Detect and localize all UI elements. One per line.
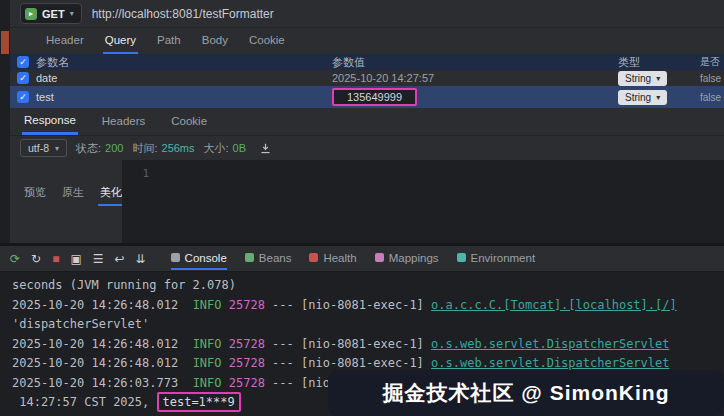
log-text xyxy=(222,298,229,312)
soft-wrap-icon[interactable]: ↩ xyxy=(114,253,124,265)
encoding-label: utf-8 xyxy=(28,142,49,154)
logger-link[interactable]: o.s.web.servlet.DispatcherServlet xyxy=(431,356,669,370)
stop-icon[interactable]: ■ xyxy=(52,253,59,265)
response-body: 预览原生美化 1 xyxy=(10,160,724,243)
masked-value-highlight-box: test=1***9 xyxy=(157,392,241,412)
column-header-value: 参数值 xyxy=(332,55,618,70)
health-icon xyxy=(309,253,318,262)
editor-line-number: 1 xyxy=(122,167,158,243)
param-value[interactable]: 2025-10-20 14:27:57 xyxy=(332,72,434,84)
scroll-to-end-icon[interactable]: ⇊ xyxy=(136,253,146,265)
logger-link[interactable]: o.s.web.servlet.DispatcherServlet xyxy=(431,337,669,351)
request-tab-body[interactable]: Body xyxy=(200,31,230,54)
log-text: 2025-10-20 14:26:48.012 xyxy=(12,298,193,312)
log-text: 2025-10-20 14:26:03.773 xyxy=(12,376,193,390)
response-meta-bar: utf-8 状态:200时间:256ms大小:0B xyxy=(10,136,724,160)
param-row-test[interactable]: test135649999Stringfalse xyxy=(10,86,724,108)
mappings-icon xyxy=(375,253,384,262)
log-text: --- [nio-8081-exec-1] xyxy=(265,337,431,351)
stripe-marker xyxy=(1,31,9,54)
restore-layout-icon[interactable]: ▣ xyxy=(70,253,81,265)
console-tab-mappings[interactable]: Mappings xyxy=(375,248,439,270)
request-tab-cookie[interactable]: Cookie xyxy=(247,31,287,54)
request-tab-query[interactable]: Query xyxy=(103,31,138,54)
response-editor[interactable]: 1 xyxy=(122,160,724,243)
params-body: date2025-10-20 14:27:57Stringfalsetest13… xyxy=(10,70,724,108)
column-header-name: 参数名 xyxy=(36,55,332,70)
param-value-highlight-box[interactable]: 135649999 xyxy=(332,88,417,106)
log-line-0: seconds (JVM running for 2.078) xyxy=(12,276,712,296)
stat-label: 时间: xyxy=(132,141,157,156)
param-row-date[interactable]: date2025-10-20 14:27:57Stringfalse xyxy=(10,70,724,86)
console-tab-label: Console xyxy=(185,252,227,264)
environment-icon xyxy=(457,253,466,262)
log-text xyxy=(222,337,229,351)
row-checkbox[interactable] xyxy=(17,72,29,84)
ide-window: GET http://localhost:8081/testFormatter … xyxy=(0,0,724,416)
stat-value: 200 xyxy=(105,142,123,154)
row-checkbox-cell xyxy=(10,72,36,84)
response-stat-2: 大小:0B xyxy=(204,141,247,156)
response-view-tabs: 预览原生美化 xyxy=(10,160,122,243)
rerun-icon[interactable]: ⟳ xyxy=(10,253,20,265)
http-client-panel: GET http://localhost:8081/testFormatter … xyxy=(0,0,724,243)
column-header-type: 类型 xyxy=(618,55,682,70)
view-tab-1[interactable]: 原生 xyxy=(60,182,86,206)
row-checkbox[interactable] xyxy=(17,91,29,103)
chevron-down-icon xyxy=(70,9,74,18)
request-tab-path[interactable]: Path xyxy=(155,31,183,54)
console-tab-label: Beans xyxy=(259,252,292,264)
response-tab-response[interactable]: Response xyxy=(22,111,78,135)
response-stats: 状态:200时间:256ms大小:0B xyxy=(76,141,246,156)
log-text: seconds (JVM running for 2.078) xyxy=(12,278,236,292)
rerun-failed-icon[interactable]: ↻ xyxy=(31,253,41,265)
log-text xyxy=(222,376,229,390)
chevron-down-icon xyxy=(55,144,59,153)
download-icon[interactable] xyxy=(259,142,272,155)
logger-link[interactable]: o.a.c.c.C.[Tomcat].[localhost].[/] xyxy=(431,298,677,312)
log-text: 2025-10-20 14:26:48.012 xyxy=(12,337,193,351)
console-tab-label: Mappings xyxy=(389,252,439,264)
method-label: GET xyxy=(42,8,65,20)
console-tab-label: Health xyxy=(323,252,356,264)
console-tab-beans[interactable]: Beans xyxy=(245,248,292,270)
log-line-1: 2025-10-20 14:26:48.012 INFO 25728 --- [… xyxy=(12,296,712,316)
log-text: --- [nio-8081-exec-1] xyxy=(265,298,431,312)
url-input[interactable]: http://localhost:8081/testFormatter xyxy=(92,7,714,21)
param-type-select[interactable]: String xyxy=(618,71,667,86)
response-tab-cookie[interactable]: Cookie xyxy=(169,112,209,135)
log-text: INFO xyxy=(193,356,222,370)
param-type-select[interactable]: String xyxy=(618,90,667,105)
console-tab-health[interactable]: Health xyxy=(309,248,356,270)
view-tab-2[interactable]: 美化 xyxy=(98,182,124,206)
log-text: INFO xyxy=(193,298,222,312)
encoding-select[interactable]: utf-8 xyxy=(20,139,67,157)
select-all-checkbox[interactable] xyxy=(17,56,29,68)
stat-value: 256ms xyxy=(162,142,195,154)
request-tab-header[interactable]: Header xyxy=(44,31,86,54)
log-line-3: 2025-10-20 14:26:48.012 INFO 25728 --- [… xyxy=(12,335,712,355)
stat-label: 状态: xyxy=(76,141,101,156)
view-tab-0[interactable]: 预览 xyxy=(22,182,48,206)
console-icon xyxy=(171,253,180,262)
log-text: 25728 xyxy=(229,356,265,370)
param-name: date xyxy=(36,72,332,84)
console-toolbar-icons: ⟳↻■▣☰↩⇊ xyxy=(10,253,146,265)
param-required: false xyxy=(682,92,724,103)
chevron-down-icon xyxy=(656,93,660,102)
history-icon[interactable]: ☰ xyxy=(93,253,104,265)
left-tool-stripe xyxy=(0,0,10,243)
log-text: 25728 xyxy=(229,337,265,351)
params-table: 参数名 参数值 类型 是否 date2025-10-20 14:27:57Str… xyxy=(10,54,724,108)
request-tabs: HeaderQueryPathBodyCookie xyxy=(10,28,724,54)
param-type-cell: String xyxy=(618,71,682,86)
response-stat-1: 时间:256ms xyxy=(132,141,194,156)
console-tab-environment[interactable]: Environment xyxy=(457,248,536,270)
http-client-content: GET http://localhost:8081/testFormatter … xyxy=(10,0,724,243)
response-tab-headers[interactable]: Headers xyxy=(100,112,147,135)
console-tab-console[interactable]: Console xyxy=(171,248,227,270)
log-text: 25728 xyxy=(229,298,265,312)
method-select[interactable]: GET xyxy=(20,3,82,24)
stat-value: 0B xyxy=(233,142,246,154)
console-tabs: ConsoleBeansHealthMappingsEnvironment xyxy=(171,248,536,270)
